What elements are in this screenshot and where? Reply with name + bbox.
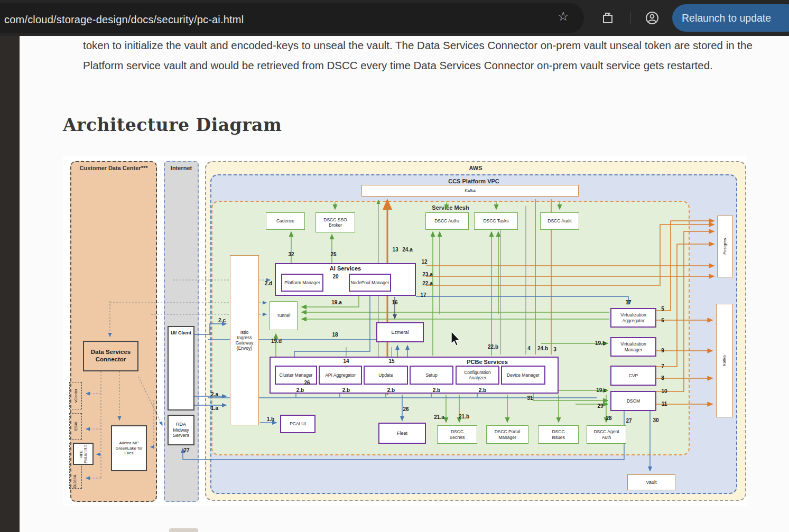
node-dscc-portal-manager: DSCC Portal Manager <box>486 425 528 444</box>
node-alletra: Alletra MP GreenLake for Files <box>111 425 147 471</box>
mouse-cursor <box>450 331 464 347</box>
bookmark-star-icon[interactable]: ☆ <box>558 9 569 24</box>
node-cvp: CVP <box>610 366 656 386</box>
node-cadence: Cadence <box>266 212 305 230</box>
node-dscc-secrets: DSCC Secrets <box>437 425 477 444</box>
node-ui-client: UI/ Client <box>168 326 194 410</box>
extensions-icon[interactable] <box>601 11 615 27</box>
node-virtualization-manager: Virtualization Manager <box>610 337 656 357</box>
architecture-diagram: Customer Data Center*** Internet AWS CCS… <box>63 156 747 506</box>
node-dscc-issues: DSCC Issues <box>538 425 579 444</box>
profile-icon[interactable] <box>645 11 660 27</box>
body-paragraph: token to initialize the vault and encode… <box>83 35 757 76</box>
node-fleet: Fleet <box>378 423 426 444</box>
page-heading: Architecture Diagram <box>63 115 282 135</box>
node-hpe-proliant: HPE ProLiant 8.0 <box>73 443 94 465</box>
node-istio-gateway: Istio Ingress Gateway (Envoy) <box>230 255 259 425</box>
partial-element <box>169 528 198 532</box>
node-api-aggregator: API Aggregator <box>319 366 362 385</box>
node-dscc-tasks: DSCC Tasks <box>474 212 518 230</box>
node-vault: Vault <box>627 474 675 490</box>
node-data-services-connector: Data Services Connector <box>83 341 138 371</box>
node-nodepool-manager: NodePool Manager <box>349 274 391 292</box>
browser-toolbar: com/cloud/storage-design/docs/security/p… <box>0 0 789 36</box>
node-platform-manager: Platform Manager <box>281 274 323 292</box>
relaunch-button[interactable]: Relaunch to update <box>672 4 789 32</box>
node-kafka-top: Kafka <box>361 185 579 197</box>
node-cluster-manager: Cluster Manager <box>275 366 317 385</box>
node-virtualization-aggregator: Virtualization Aggregator <box>610 308 656 328</box>
node-sso-broker: DSCC SSO Broker <box>315 212 355 232</box>
group-title: PCBe Services <box>429 359 545 366</box>
node-update: Update <box>364 366 408 385</box>
node-postgres: Postgres <box>717 216 733 277</box>
node-device-manager: Device Manager <box>501 366 545 385</box>
node-esxi: ESXi <box>69 413 82 440</box>
node-tunnel: Tunnel <box>270 301 298 330</box>
node-configuration-analyzer: Configuration Analyzer <box>456 366 499 385</box>
window-edge <box>0 36 20 532</box>
node-pcai-ui: PCAI UI <box>280 415 315 433</box>
node-rda-midway: RDA Midway Servers <box>168 415 194 445</box>
address-bar[interactable]: com/cloud/storage-design/docs/security/p… <box>0 3 584 33</box>
group-title: AI Services <box>276 265 415 272</box>
node-kafka-right: Kafka <box>716 304 733 417</box>
node-ezmeral: Ezmeral <box>376 322 424 342</box>
node-dscc-agent-auth: DSCC Agent Auth <box>587 425 626 444</box>
url-text[interactable]: com/cloud/storage-design/docs/security/p… <box>4 14 244 26</box>
node-setup: Setup <box>410 366 453 385</box>
toolbar-separator <box>630 12 630 24</box>
node-dscc-authz: DSCC Authz <box>425 212 469 230</box>
node-dscm: DSCM <box>610 391 656 411</box>
node-vcenter: vCenter <box>69 382 82 409</box>
node-dscc-audit: DSCC Audit <box>540 212 579 230</box>
screen: com/cloud/storage-design/docs/security/p… <box>0 0 789 532</box>
